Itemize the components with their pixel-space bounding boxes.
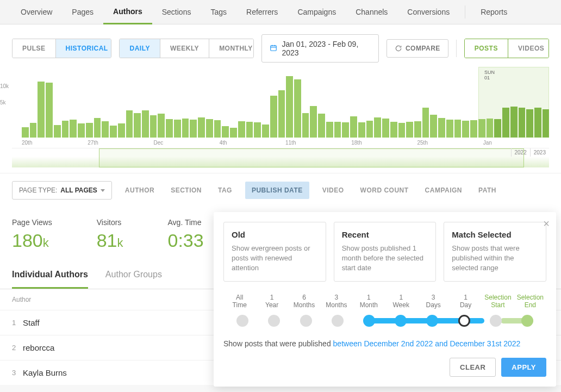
chart-bar[interactable] bbox=[222, 126, 229, 138]
chart-bar[interactable] bbox=[198, 117, 205, 138]
slider-dot[interactable] bbox=[322, 315, 353, 327]
chart-bar[interactable] bbox=[102, 121, 109, 138]
chart-bar[interactable] bbox=[470, 120, 477, 138]
slider-dot[interactable] bbox=[353, 315, 385, 327]
slider-dot[interactable] bbox=[227, 315, 258, 327]
chart-bar[interactable] bbox=[446, 120, 453, 138]
close-icon[interactable]: × bbox=[543, 217, 550, 230]
chart-bar[interactable] bbox=[142, 110, 149, 138]
nav-authors[interactable]: Authors bbox=[103, 0, 152, 24]
chart-bar[interactable] bbox=[302, 113, 309, 138]
nav-conversions[interactable]: Conversions bbox=[397, 0, 459, 24]
filter-campaign[interactable]: CAMPAIGN bbox=[422, 182, 465, 199]
chart-bar[interactable] bbox=[46, 83, 53, 138]
chart-bar[interactable] bbox=[54, 125, 61, 138]
chart-bar[interactable] bbox=[270, 96, 277, 138]
seg-gran-weekly[interactable]: WEEKLY bbox=[160, 39, 209, 58]
nav-referrers[interactable]: Referrers bbox=[236, 0, 288, 24]
chart-bar[interactable] bbox=[94, 118, 101, 138]
filter-section[interactable]: SECTION bbox=[167, 182, 205, 199]
nav-tags[interactable]: Tags bbox=[201, 0, 236, 24]
minimap-selection[interactable] bbox=[99, 148, 524, 167]
chart-bar[interactable] bbox=[22, 127, 29, 138]
card-old[interactable]: OldShow evergreen posts or posts with re… bbox=[223, 222, 326, 282]
seg-mode-pulse[interactable]: PULSE bbox=[13, 39, 56, 58]
chart-bar[interactable] bbox=[422, 108, 429, 138]
chart-bar[interactable] bbox=[166, 119, 173, 138]
chart-bar[interactable] bbox=[246, 122, 253, 138]
slider-dot[interactable] bbox=[480, 315, 512, 327]
slider-dot[interactable] bbox=[290, 315, 321, 327]
chart-bar[interactable] bbox=[62, 121, 69, 138]
chart-bar[interactable] bbox=[230, 128, 237, 138]
chart-bar[interactable] bbox=[414, 121, 421, 138]
nav-pages[interactable]: Pages bbox=[62, 0, 103, 24]
chart-bar[interactable] bbox=[374, 117, 381, 138]
tab-author-groups[interactable]: Author Groups bbox=[105, 262, 162, 289]
chart-bar[interactable] bbox=[190, 120, 197, 138]
slider-dot[interactable] bbox=[385, 315, 416, 327]
chart-bar[interactable] bbox=[238, 121, 245, 138]
chart-bar[interactable] bbox=[382, 119, 389, 138]
filter-author[interactable]: AUTHOR bbox=[122, 182, 158, 199]
apply-button[interactable]: APPLY bbox=[501, 358, 546, 377]
chart-bar[interactable] bbox=[86, 123, 93, 138]
bar-chart[interactable]: SUN 01 bbox=[12, 72, 549, 138]
chart-bar[interactable] bbox=[134, 113, 141, 138]
chart-bar[interactable] bbox=[462, 121, 469, 138]
chart-bar[interactable] bbox=[366, 121, 373, 138]
chart-bar[interactable] bbox=[318, 114, 325, 138]
chart-bar[interactable] bbox=[406, 122, 413, 138]
nav-reports[interactable]: Reports bbox=[471, 0, 517, 24]
seg-mode-historical[interactable]: HISTORICAL bbox=[56, 39, 112, 58]
filter-word-count[interactable]: WORD COUNT bbox=[357, 182, 412, 199]
slider-dot[interactable] bbox=[416, 315, 448, 327]
chart-bar[interactable] bbox=[70, 120, 77, 138]
chart-minimap[interactable]: 20222023 bbox=[12, 148, 549, 167]
chart-bar[interactable] bbox=[158, 114, 165, 138]
chart-bar[interactable] bbox=[326, 122, 333, 138]
chart-bar[interactable] bbox=[398, 123, 406, 138]
seg-content-videos[interactable]: VIDEOS bbox=[508, 39, 549, 58]
date-range-picker[interactable]: Jan 01, 2023 - Feb 09, 2023 bbox=[261, 34, 379, 63]
chart-bar[interactable] bbox=[254, 122, 261, 138]
chart-bar[interactable] bbox=[174, 120, 181, 138]
chart-bar[interactable] bbox=[118, 123, 125, 138]
chart-bar[interactable] bbox=[126, 110, 133, 138]
seg-gran-monthly[interactable]: MONTHLY bbox=[209, 39, 254, 58]
chart-bar[interactable] bbox=[286, 76, 293, 138]
chart-bar[interactable] bbox=[78, 123, 85, 138]
filter-tag[interactable]: TAG bbox=[215, 182, 235, 199]
chart-bar[interactable] bbox=[310, 106, 317, 138]
slider-dot[interactable] bbox=[512, 315, 543, 327]
chart-bar[interactable] bbox=[430, 115, 437, 138]
nav-campaigns[interactable]: Campaigns bbox=[288, 0, 346, 24]
chart-bar[interactable] bbox=[150, 115, 157, 138]
slider-dot[interactable] bbox=[448, 315, 479, 327]
chart-bar[interactable] bbox=[38, 82, 45, 138]
seg-gran-daily[interactable]: DAILY bbox=[120, 39, 160, 58]
chart-bar[interactable] bbox=[454, 120, 462, 138]
chart-bar[interactable] bbox=[438, 118, 445, 138]
page-type-dropdown[interactable]: PAGE TYPE: ALL PAGES bbox=[12, 181, 112, 200]
chart-bar[interactable] bbox=[390, 122, 397, 138]
chart-bar[interactable] bbox=[342, 122, 349, 138]
clear-button[interactable]: CLEAR bbox=[450, 358, 496, 377]
filter-video[interactable]: VIDEO bbox=[319, 182, 347, 199]
chart-bar[interactable] bbox=[182, 119, 189, 138]
filter-publish-date[interactable]: PUBLISH DATE bbox=[245, 182, 309, 199]
chart-bar[interactable] bbox=[334, 122, 341, 138]
chart-bar[interactable] bbox=[294, 79, 301, 138]
chart-bar[interactable] bbox=[350, 116, 357, 138]
chart-bar[interactable] bbox=[278, 90, 285, 138]
nav-channels[interactable]: Channels bbox=[346, 0, 397, 24]
seg-content-posts[interactable]: POSTS bbox=[465, 39, 508, 58]
chart-bar[interactable] bbox=[30, 123, 37, 138]
compare-button[interactable]: COMPARE bbox=[387, 39, 448, 58]
chart-bar[interactable] bbox=[110, 126, 117, 138]
nav-overview[interactable]: Overview bbox=[11, 0, 62, 24]
nav-sections[interactable]: Sections bbox=[152, 0, 201, 24]
tab-individual-authors[interactable]: Individual Authors bbox=[12, 262, 88, 289]
chart-bar[interactable] bbox=[358, 122, 365, 138]
summary-link[interactable]: between December 2nd 2022 and December 3… bbox=[333, 339, 521, 348]
